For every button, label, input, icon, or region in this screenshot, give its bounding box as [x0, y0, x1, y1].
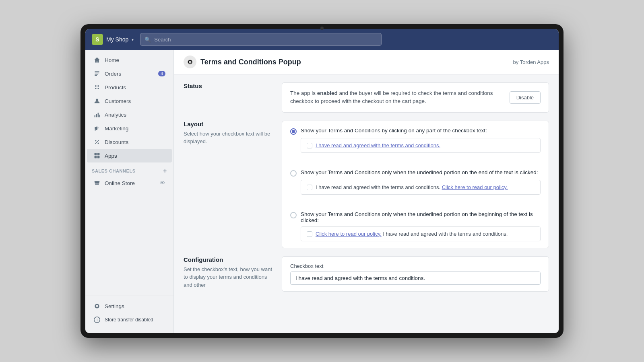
divider-1	[290, 161, 541, 161]
status-section-label: Status	[184, 82, 272, 89]
device-camera	[320, 27, 324, 30]
preview-checkbox-2[interactable]	[307, 185, 312, 190]
svg-rect-8	[99, 115, 100, 117]
sidebar-label-marketing: Marketing	[105, 125, 128, 132]
products-icon	[93, 84, 101, 91]
checkbox-text-label: Checkbox text	[290, 263, 541, 269]
layout-option-3-text: Show your Terms and Conditions only when…	[301, 211, 541, 223]
sidebar-item-customers[interactable]: Customers	[87, 94, 172, 108]
layout-option-3: Show your Terms and Conditions only when…	[290, 211, 541, 241]
sidebar-label-online-store: Online Store	[105, 180, 135, 186]
page-by-label: by Torden Apps	[513, 59, 549, 65]
svg-rect-2	[95, 74, 98, 75]
sidebar-item-marketing[interactable]: Marketing	[87, 121, 172, 135]
svg-rect-6	[96, 114, 97, 117]
config-content: Checkbox text	[282, 257, 549, 291]
checkbox-text-input[interactable]	[290, 272, 541, 285]
divider-2	[290, 203, 541, 203]
apps-icon	[93, 152, 101, 159]
preview-link-1[interactable]: I have read and agreed with the terms an…	[316, 142, 440, 148]
layout-option-1: Show your Terms and Conditions by clicki…	[290, 128, 541, 153]
search-placeholder: Search	[154, 37, 171, 43]
status-card: The app is enabled and the buyer will be…	[282, 82, 549, 113]
sidebar-item-settings[interactable]: Settings	[87, 299, 172, 313]
status-section-row: Status The app is enabled and the buyer …	[184, 82, 549, 113]
sidebar-label-customers: Customers	[105, 98, 131, 104]
orders-badge: 4	[158, 71, 165, 76]
device-frame: S My Shop ▾ 🔍 Search Home	[80, 24, 564, 338]
sidebar-item-online-store[interactable]: Online Store 👁	[87, 176, 172, 190]
layout-option-2-preview: I have read and agreed with the terms an…	[301, 180, 541, 195]
layout-label-col: Layout Select how your checkbox text wil…	[184, 121, 272, 248]
svg-rect-1	[95, 73, 99, 74]
sidebar-label-store-transfer: Store transfer disabled	[105, 317, 153, 323]
layout-option-2: Show your Terms and Conditions only when…	[290, 169, 541, 195]
sidebar-label-settings: Settings	[105, 303, 124, 309]
shop-name: My Shop	[106, 36, 128, 43]
search-icon: 🔍	[144, 37, 151, 43]
svg-rect-3	[95, 75, 97, 76]
layout-option-1-header: Show your Terms and Conditions by clicki…	[290, 128, 541, 135]
preview-link-3[interactable]: Click here to read our policy.	[316, 231, 382, 237]
discounts-icon	[93, 138, 101, 146]
preview-text-2: I have read and agreed with the terms an…	[316, 184, 508, 190]
disable-button[interactable]: Disable	[510, 91, 541, 104]
sidebar-item-discounts[interactable]: Discounts	[87, 135, 172, 149]
page-header: ⚙ Terms and Conditions Popup by Torden A…	[174, 50, 559, 74]
sidebar-label-products: Products	[105, 84, 126, 90]
analytics-icon	[93, 111, 101, 118]
preview-checkbox-1[interactable]	[307, 143, 312, 148]
config-label-col: Configuration Set the checkbox's text, h…	[184, 256, 272, 292]
svg-rect-12	[97, 153, 100, 156]
main-layout: Home Orders 4 Products	[85, 50, 559, 333]
preview-link-2[interactable]: Click here to read our policy.	[442, 184, 508, 190]
radio-option-3[interactable]	[290, 212, 297, 218]
shopify-logo-icon: S	[92, 34, 103, 45]
layout-option-3-preview: Click here to read our policy. I have re…	[301, 226, 541, 241]
layout-option-2-text: Show your Terms and Conditions only when…	[301, 169, 538, 175]
sidebar-item-products[interactable]: Products	[87, 80, 172, 94]
online-store-preview-icon[interactable]: 👁	[160, 180, 165, 186]
sidebar-item-apps[interactable]: Apps	[87, 149, 172, 162]
customers-icon	[93, 97, 101, 105]
layout-section-row: Layout Select how your checkbox text wil…	[184, 121, 549, 248]
radio-option-2[interactable]	[290, 170, 297, 177]
config-section-label: Configuration	[184, 256, 272, 263]
svg-rect-0	[95, 71, 99, 72]
content-sections: Status The app is enabled and the buyer …	[174, 74, 559, 300]
layout-option-1-text: Show your Terms and Conditions by clicki…	[301, 128, 487, 134]
layout-section-label: Layout	[184, 121, 272, 128]
sidebar-item-orders[interactable]: Orders 4	[87, 67, 172, 80]
status-bold: enabled	[317, 90, 338, 96]
search-bar[interactable]: 🔍 Search	[140, 33, 382, 46]
sidebar-item-analytics[interactable]: Analytics	[87, 108, 172, 121]
svg-rect-13	[95, 156, 97, 158]
page-title: Terms and Conditions Popup	[200, 58, 301, 66]
sidebar-item-home[interactable]: Home	[87, 53, 172, 67]
layout-options: Show your Terms and Conditions by clicki…	[282, 121, 549, 248]
svg-rect-7	[98, 113, 99, 117]
status-text: The app is enabled and the buyer will be…	[290, 89, 503, 106]
top-bar: S My Shop ▾ 🔍 Search	[85, 29, 559, 50]
sidebar-item-store-transfer[interactable]: i Store transfer disabled	[87, 313, 172, 327]
sales-channels-label: SALES CHANNELS	[92, 169, 136, 173]
radio-option-1[interactable]	[290, 128, 297, 135]
home-icon	[93, 56, 101, 64]
sidebar-label-discounts: Discounts	[105, 139, 128, 145]
sidebar-label-apps: Apps	[105, 153, 117, 159]
sales-channels-section: SALES CHANNELS +	[85, 162, 173, 176]
svg-text:i: i	[97, 318, 97, 322]
status-label-col: Status	[184, 82, 272, 113]
info-icon: i	[93, 316, 101, 323]
shop-logo[interactable]: S My Shop ▾	[92, 34, 134, 45]
layout-card: Show your Terms and Conditions by clicki…	[282, 121, 549, 248]
svg-point-9	[95, 140, 96, 141]
settings-icon	[93, 302, 101, 310]
marketing-icon	[93, 125, 101, 132]
preview-checkbox-3[interactable]	[307, 231, 312, 237]
preview-text-1: I have read and agreed with the terms an…	[316, 142, 440, 148]
sidebar-label-orders: Orders	[105, 71, 121, 77]
page-title-row: ⚙ Terms and Conditions Popup	[184, 56, 301, 68]
add-sales-channel-icon[interactable]: +	[163, 167, 167, 175]
layout-section-desc: Select how your checkbox text will be di…	[184, 130, 272, 146]
